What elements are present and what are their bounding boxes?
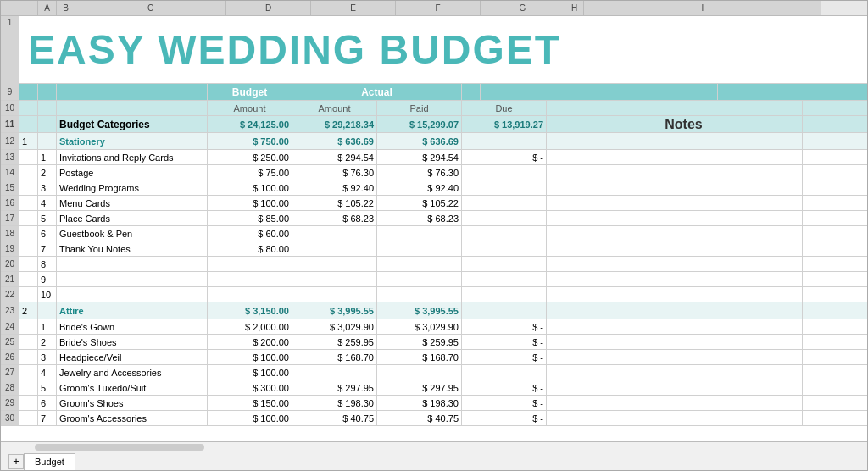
cell-due — [462, 211, 547, 225]
cell-paid: $ 297.95 — [377, 380, 462, 395]
row-num: 14 — [1, 165, 19, 180]
cell-b: 9 — [38, 272, 57, 286]
cell-budget: $ 750.00 — [208, 133, 292, 149]
table-row: 17 5 Place Cards $ 85.00 $ 68.23 $ 68.23 — [1, 211, 867, 226]
cell-actual — [292, 226, 377, 241]
dollar-sign: $ — [494, 119, 499, 130]
cell-paid: $ 168.70 — [377, 350, 462, 364]
cell-b: 2 — [38, 165, 57, 180]
cell-notes — [565, 226, 803, 241]
cell-a — [19, 365, 38, 380]
cell-budget: $ 200.00 — [208, 335, 292, 349]
cell-budget — [208, 272, 292, 286]
cell-h — [547, 150, 565, 164]
cell-10h — [547, 101, 565, 115]
cell-budget: $ 3,150.00 — [208, 302, 292, 319]
cell-paid: $ 40.75 — [377, 411, 462, 425]
cell-10g-due: Due — [462, 101, 547, 115]
cell-notes — [565, 150, 803, 164]
cell-a — [19, 335, 38, 349]
cell-actual — [292, 257, 377, 271]
cell-category: Headpiece/Veil — [57, 350, 208, 364]
cell-paid — [377, 226, 462, 241]
row-num: 25 — [1, 335, 19, 349]
row-num-9: 9 — [1, 84, 19, 100]
horizontal-scrollbar[interactable] — [1, 441, 867, 452]
tab-budget[interactable]: Budget — [24, 453, 75, 470]
row-num: 22 — [1, 287, 19, 302]
header-row-10: 10 Amount Amount Paid Due — [1, 101, 867, 116]
col-header-f: F — [396, 1, 481, 15]
cell-11b — [38, 116, 57, 132]
table-row: 25 2 Bride's Shoes $ 200.00 $ 259.95 $ 2… — [1, 335, 867, 350]
cell-a — [19, 150, 38, 164]
cell-a — [19, 319, 38, 334]
title-area: EASY WEDDING BUDGET — [19, 16, 867, 83]
cell-category: Groom's Accessories — [57, 411, 208, 425]
cell-10d-amount: Amount — [208, 101, 292, 115]
cell-category: Postage — [57, 165, 208, 180]
cell-b: 10 — [38, 287, 57, 302]
cell-9a — [19, 84, 38, 100]
cell-due: $ - — [462, 350, 547, 364]
cell-paid: $ 92.40 — [377, 180, 462, 195]
cell-paid: $ 294.54 — [377, 150, 462, 164]
row-num: 23 — [1, 302, 19, 319]
col-header-a — [1, 1, 19, 15]
row-num: 13 — [1, 150, 19, 164]
cell-h — [547, 241, 565, 256]
row-num: 15 — [1, 180, 19, 195]
cell-notes — [565, 165, 803, 180]
col-header-row-num — [19, 1, 38, 15]
row-num: 18 — [1, 226, 19, 241]
cell-due — [462, 302, 547, 319]
cell-notes — [565, 287, 803, 302]
table-row: 26 3 Headpiece/Veil $ 100.00 $ 168.70 $ … — [1, 350, 867, 365]
title-row: 1 EASY WEDDING BUDGET — [1, 16, 867, 84]
col-header-i: I — [584, 1, 821, 15]
cell-b: 6 — [38, 226, 57, 241]
cell-h — [547, 211, 565, 225]
cell-notes — [565, 257, 803, 271]
cell-a — [19, 396, 38, 410]
spreadsheet-body: 1 EASY WEDDING BUDGET 9 Budget Actual 10… — [1, 16, 867, 441]
cell-category — [57, 287, 208, 302]
cell-due — [462, 180, 547, 195]
table-row: 13 1 Invitations and Reply Cards $ 250.0… — [1, 150, 867, 165]
cell-due: $ - — [462, 396, 547, 410]
cell-b — [38, 302, 57, 319]
cell-actual: $ 636.69 — [292, 133, 377, 149]
add-sheet-button[interactable]: + — [8, 454, 24, 469]
cell-11g-total-due: $ 13,919.27 — [462, 116, 547, 132]
cell-b: 1 — [38, 150, 57, 164]
col-header-b: B — [57, 1, 75, 15]
cell-due: $ - — [462, 380, 547, 395]
cell-category: Invitations and Reply Cards — [57, 150, 208, 164]
cell-11i-notes: Notes — [565, 116, 803, 132]
cell-10f-paid: Paid — [377, 101, 462, 115]
cell-category: Groom's Shoes — [57, 396, 208, 410]
cell-a — [19, 226, 38, 241]
cell-notes — [565, 411, 803, 425]
scrollbar-thumb[interactable] — [35, 444, 204, 451]
cell-a — [19, 165, 38, 180]
cell-category — [57, 272, 208, 286]
cell-due — [462, 165, 547, 180]
cell-10i — [565, 101, 803, 115]
cell-h — [547, 257, 565, 271]
cell-paid — [377, 257, 462, 271]
cell-paid: $ 259.95 — [377, 335, 462, 349]
cell-notes — [565, 133, 803, 149]
cell-actual: $ 198.30 — [292, 396, 377, 410]
cell-b: 2 — [38, 335, 57, 349]
cell-h — [547, 350, 565, 364]
table-row: 24 1 Bride's Gown $ 2,000.00 $ 3,029.90 … — [1, 319, 867, 335]
cell-b: 5 — [38, 211, 57, 225]
cell-actual: $ 294.54 — [292, 150, 377, 164]
cell-10c — [57, 101, 208, 115]
cell-9e-actual: Actual — [292, 84, 462, 100]
table-row: 16 4 Menu Cards $ 100.00 $ 105.22 $ 105.… — [1, 196, 867, 211]
cell-actual: $ 3,029.90 — [292, 319, 377, 334]
cell-category: Menu Cards — [57, 196, 208, 210]
cell-budget: $ 300.00 — [208, 380, 292, 395]
